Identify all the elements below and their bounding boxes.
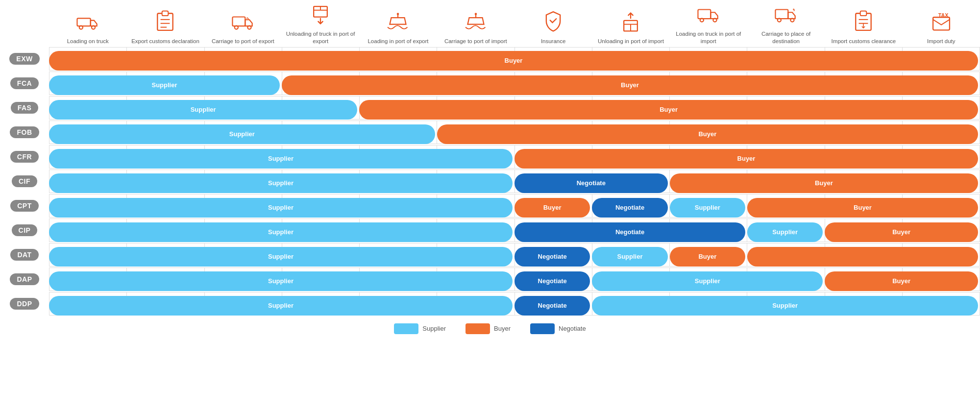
cell-EXW-9 [747, 47, 825, 71]
cell-DDP-3 [282, 292, 360, 316]
row-badge-CIP: CIP [12, 224, 38, 236]
row-label-FOB: FOB [0, 126, 49, 138]
cell-DAP-7 [592, 268, 670, 291]
cell-CPT-9 [747, 194, 825, 218]
cell-CPT-6 [515, 194, 592, 218]
cell-FCA-2 [205, 72, 282, 95]
svg-point-24 [713, 18, 716, 22]
cell-FOB-11 [903, 121, 980, 144]
legend-negotiate: Negotiate [530, 323, 586, 334]
cell-FOB-1 [127, 121, 204, 144]
cell-CPT-7 [592, 194, 670, 218]
cell-FAS-1 [127, 96, 204, 120]
cell-CPT-11 [903, 194, 980, 218]
row-cells-FOB: SupplierBuyer [49, 121, 980, 144]
legend-supplier-box [394, 323, 418, 334]
row-label-DAT: DAT [0, 249, 49, 261]
data-row-CIF: CIFSupplierNegotiateBuyer [0, 170, 980, 193]
row-cells-CPT: SupplierBuyerNegotiateSupplierBuyer [49, 194, 980, 218]
row-badge-FAS: FAS [11, 102, 39, 114]
row-cells-DDP: SupplierNegotiateSupplier [49, 292, 980, 316]
cell-CIP-3 [282, 219, 360, 242]
cell-CFR-5 [437, 145, 514, 169]
legend-supplier: Supplier [394, 323, 446, 334]
cell-FCA-10 [825, 72, 903, 95]
cell-DDP-9 [747, 292, 825, 316]
cell-FOB-5 [437, 121, 514, 144]
cell-FCA-7 [592, 72, 670, 95]
cell-EXW-7 [592, 47, 670, 71]
col-icon-unloading_port_import [621, 12, 640, 35]
cell-FOB-0 [49, 121, 127, 144]
col-label-loading_truck_import: Loading on truck in port of import [671, 30, 746, 45]
row-badge-CFR: CFR [10, 151, 39, 163]
col-icon-carriage_port_import [464, 12, 488, 35]
cell-FCA-9 [747, 72, 825, 95]
cell-FAS-9 [747, 96, 825, 120]
col-label-unloading_port_import: Unloading in port of import [598, 38, 664, 45]
row-label-CFR: CFR [0, 151, 49, 163]
header-row: Loading on truck Export customs declarat… [0, 5, 980, 45]
cell-CPT-5 [437, 194, 514, 218]
cell-CFR-11 [903, 145, 980, 169]
col-icon-loading_truck [76, 13, 99, 35]
row-cells-CIP: SupplierNegotiateSupplierBuyer [49, 219, 980, 242]
cell-DDP-5 [437, 292, 514, 316]
cell-DAT-2 [205, 243, 282, 267]
cell-DAP-8 [670, 268, 747, 291]
cell-EXW-6 [515, 47, 592, 71]
col-label-insurance: Insurance [541, 38, 566, 45]
col-label-loading_truck: Loading on truck [67, 38, 109, 45]
cell-CIF-0 [49, 170, 127, 193]
cell-CIF-11 [903, 170, 980, 193]
col-header-unloading_port_import: Unloading in port of import [592, 12, 669, 45]
cell-FAS-0 [49, 96, 127, 120]
data-row-CIP: CIPSupplierNegotiateSupplierBuyer [0, 219, 980, 242]
cell-EXW-2 [205, 47, 282, 71]
row-label-CIF: CIF [0, 175, 49, 187]
row-cells-FCA: SupplierBuyer [49, 72, 980, 95]
cell-DAP-3 [282, 268, 360, 291]
cell-CPT-1 [127, 194, 204, 218]
cell-DAT-6 [515, 243, 592, 267]
cell-CIF-6 [515, 170, 592, 193]
col-icon-import_customs [854, 10, 873, 35]
cell-DDP-11 [903, 292, 980, 316]
legend-negotiate-box [530, 323, 555, 334]
cell-DAT-0 [49, 243, 127, 267]
col-label-carriage_destination: Carriage to place of destination [748, 30, 824, 45]
cell-CIP-5 [437, 219, 514, 242]
cell-FCA-8 [670, 72, 747, 95]
col-label-import_duty: Import duty [927, 38, 956, 45]
svg-point-16 [397, 13, 399, 15]
cell-CIP-8 [670, 219, 747, 242]
row-cells-DAT: SupplierNegotiateSupplierBuyer [49, 243, 980, 267]
cell-DAT-3 [282, 243, 360, 267]
cell-CFR-4 [360, 145, 437, 169]
svg-point-26 [778, 18, 781, 22]
cell-CFR-3 [282, 145, 360, 169]
col-header-loading_truck: Loading on truck [49, 13, 126, 45]
cell-CFR-1 [127, 145, 204, 169]
row-cells-CIF: SupplierNegotiateBuyer [49, 170, 980, 193]
cell-FCA-6 [515, 72, 592, 95]
svg-rect-5 [162, 11, 169, 16]
cell-DAP-0 [49, 268, 127, 291]
cell-CIP-6 [515, 219, 592, 242]
cell-DDP-8 [670, 292, 747, 316]
svg-point-11 [247, 25, 251, 29]
data-row-DDP: DDPSupplierNegotiateSupplier [0, 292, 980, 316]
col-label-import_customs: Import customs clearance [832, 38, 896, 45]
cell-DAP-5 [437, 268, 514, 291]
svg-rect-0 [77, 18, 91, 26]
cell-FAS-7 [592, 96, 670, 120]
svg-rect-32 [933, 17, 950, 30]
col-label-loading_port_export: Loading in port of export [368, 38, 428, 45]
cell-EXW-1 [127, 47, 204, 71]
col-header-export_customs: Export customs declaration [126, 10, 204, 45]
cell-FCA-1 [127, 72, 204, 95]
cell-FOB-4 [360, 121, 437, 144]
cell-CFR-10 [825, 145, 903, 169]
col-header-carriage_port_import: Carriage to port of import [437, 12, 514, 45]
cell-CIF-4 [360, 170, 437, 193]
